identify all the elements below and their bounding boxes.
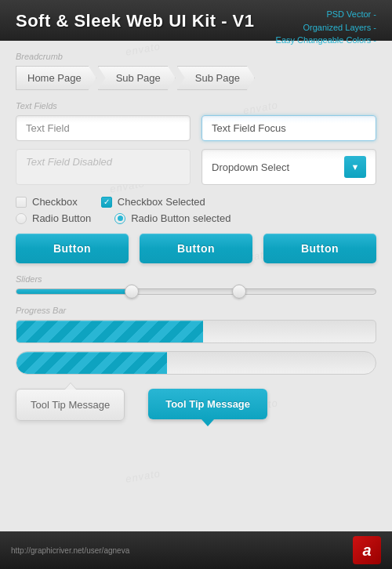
checkbox-row: Checkbox ✓ Checkbox Selected (16, 196, 376, 208)
header-meta-line3: Easy Changeable Colors - (276, 34, 376, 47)
breadcrumb-item-sub2[interactable]: Sub Page (177, 66, 255, 90)
text-fields-row: Text Field Text Field Focus (16, 115, 376, 141)
tooltip-section: Tool Tip Message Tool Tip Message (16, 389, 376, 421)
slider-fill (16, 289, 132, 294)
tooltip-gray: Tool Tip Message (16, 389, 125, 421)
radio-label2: Radio Button selected (131, 212, 230, 224)
breadcrumb-item-home[interactable]: Home Page (16, 66, 96, 90)
slider-thumb-1[interactable] (125, 284, 139, 299)
button-row: Button Button Button (16, 234, 376, 263)
radio-label1: Radio Button (32, 212, 91, 224)
radio-circle-selected[interactable] (114, 213, 125, 224)
radio-circle-empty[interactable] (16, 213, 27, 224)
slider-track[interactable] (16, 288, 376, 295)
radio-row: Radio Button Radio Button selected (16, 212, 376, 224)
footer: http://graphicriver.net/user/agneva a (0, 531, 392, 569)
header-meta: PSD Vector - Organized Layers - Easy Cha… (276, 8, 376, 47)
slider-section: Sliders (16, 274, 376, 295)
progress-fill-1 (16, 321, 203, 342)
checkbox-label1: Checkbox (32, 196, 78, 208)
progress-label: Progress Bar (16, 306, 376, 315)
radio-unselected[interactable]: Radio Button (16, 212, 91, 224)
dropdown-arrow-icon[interactable]: ▼ (344, 156, 366, 178)
checkbox-box-empty[interactable] (16, 197, 27, 208)
footer-logo: a (353, 536, 381, 564)
text-field-disabled: Text Field Disabled (16, 149, 191, 185)
slider-thumb-2[interactable] (232, 284, 246, 299)
progress-bar-2 (16, 351, 376, 375)
button-1[interactable]: Button (16, 234, 129, 263)
checkbox-label2: Checkbox Selected (118, 196, 205, 208)
fields-row2: Text Field Disabled Dropdown Select ▼ (16, 149, 376, 185)
checkbox-checked[interactable]: ✓ Checkbox Selected (101, 196, 205, 208)
progress-section: Progress Bar (16, 306, 376, 375)
header: Soft & Sleek Web UI Kit - V1 PSD Vector … (0, 0, 392, 41)
check-radio-section: Checkbox ✓ Checkbox Selected Radio Butto… (16, 196, 376, 224)
button-2[interactable]: Button (140, 234, 252, 263)
header-meta-line1: PSD Vector - (276, 8, 376, 21)
checkbox-box-checked[interactable]: ✓ (101, 197, 112, 208)
progress-bar-1 (16, 320, 376, 343)
page-title: Soft & Sleek Web UI Kit - V1 (16, 11, 255, 31)
button-3[interactable]: Button (263, 234, 376, 263)
progress-fill-2 (16, 352, 167, 374)
text-field-normal[interactable]: Text Field (16, 115, 191, 141)
radio-selected[interactable]: Radio Button selected (114, 212, 230, 224)
footer-url: http://graphicriver.net/user/agneva (11, 546, 129, 555)
tooltip-blue: Tool Tip Message (148, 389, 267, 419)
dropdown-select[interactable]: Dropdown Select ▼ (201, 149, 376, 185)
slider-label: Sliders (16, 274, 376, 284)
breadcrumb-label: Breadcrumb (16, 52, 376, 61)
text-field-focus[interactable]: Text Field Focus (201, 115, 376, 141)
text-fields-label: Text Fields (16, 101, 376, 111)
breadcrumb: Home Page Sub Page Sub Page (16, 66, 376, 90)
dropdown-label: Dropdown Select (212, 161, 289, 173)
breadcrumb-item-sub1[interactable]: Sub Page (98, 66, 176, 90)
checkbox-unchecked[interactable]: Checkbox (16, 196, 78, 208)
header-meta-line2: Organized Layers - (276, 21, 376, 34)
